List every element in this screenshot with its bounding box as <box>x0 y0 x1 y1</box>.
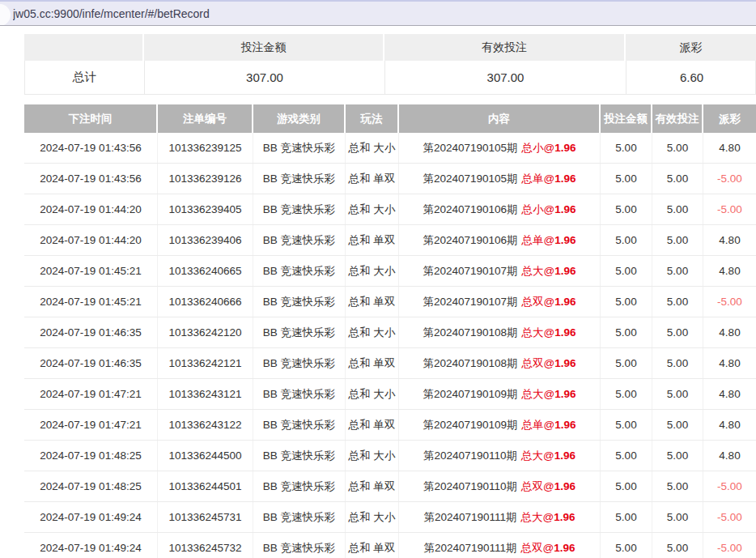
bet-time-cell: 2024-07-19 01:49:24 <box>24 533 158 558</box>
payout-cell: -5.00 <box>703 194 756 224</box>
table-row: 2024-07-19 01:45:21 101336240666 BB 竞速快乐… <box>24 287 756 317</box>
header-payout: 派彩 <box>703 104 756 133</box>
bet-amount-cell: 5.00 <box>601 502 652 532</box>
summary-total-label: 总计 <box>25 61 145 94</box>
header-bet-time: 下注时间 <box>24 104 158 133</box>
table-row: 2024-07-19 01:46:35 101336242120 BB 竞速快乐… <box>24 317 756 348</box>
summary-total-payout: 6.60 <box>626 61 756 94</box>
payout-cell: 4.80 <box>703 225 756 255</box>
play-method-cell: 总和 大小 <box>346 379 399 409</box>
valid-bet-cell: 5.00 <box>652 410 703 440</box>
pick-text: 总大@1.96 <box>522 264 576 279</box>
table-row: 2024-07-19 01:47:21 101336243122 BB 竞速快乐… <box>24 410 756 441</box>
odds-text: 1.96 <box>554 357 575 369</box>
summary-header-empty <box>24 34 144 61</box>
bet-amount-cell: 5.00 <box>601 317 652 347</box>
content-cell: 第202407190106期 总单@1.96 <box>399 225 601 255</box>
content-cell: 第202407190111期 总双@1.96 <box>399 533 601 558</box>
order-id-cell: 101336244500 <box>158 441 253 471</box>
play-method-cell: 总和 单双 <box>346 164 399 194</box>
game-type-cell: BB 竞速快乐彩 <box>253 471 346 501</box>
valid-bet-cell: 5.00 <box>652 287 703 317</box>
payout-cell: -5.00 <box>703 533 756 558</box>
bet-amount-cell: 5.00 <box>601 379 652 409</box>
game-type-cell: BB 竞速快乐彩 <box>253 133 346 163</box>
payout-cell: 4.80 <box>703 348 756 378</box>
order-id-cell: 101336243122 <box>158 410 253 440</box>
pick-text: 总双@1.96 <box>522 356 576 371</box>
bet-amount-cell: 5.00 <box>601 441 652 471</box>
play-method-cell: 总和 单双 <box>346 348 399 378</box>
summary-header-payout: 派彩 <box>626 34 756 61</box>
bet-amount-cell: 5.00 <box>601 348 652 378</box>
url-input[interactable] <box>13 7 499 20</box>
period-text: 第202407190105期 <box>423 141 517 155</box>
period-text: 第202407190110期 <box>423 449 517 463</box>
period-text: 第202407190107期 <box>423 295 517 309</box>
table-row: 2024-07-19 01:47:21 101336243121 BB 竞速快乐… <box>24 379 756 410</box>
pick-text: 总大@1.96 <box>521 510 575 525</box>
table-row: 2024-07-19 01:44:20 101336239405 BB 竞速快乐… <box>24 194 756 225</box>
bet-time-cell: 2024-07-19 01:43:56 <box>24 133 158 163</box>
content-cell: 第202407190109期 总大@1.96 <box>399 379 601 409</box>
bet-amount-cell: 5.00 <box>601 533 652 558</box>
header-order-id: 注单编号 <box>158 104 253 133</box>
header-content: 内容 <box>399 104 601 133</box>
bet-amount-cell: 5.00 <box>601 225 652 255</box>
valid-bet-cell: 5.00 <box>652 164 703 194</box>
bet-time-cell: 2024-07-19 01:46:35 <box>24 317 158 347</box>
period-text: 第202407190107期 <box>423 264 517 279</box>
bet-amount-cell: 5.00 <box>601 471 652 501</box>
order-id-cell: 101336242121 <box>158 348 253 378</box>
pick-text: 总单@1.96 <box>522 172 576 186</box>
content-cell: 第202407190105期 总单@1.96 <box>399 164 601 194</box>
play-method-cell: 总和 单双 <box>346 533 399 558</box>
bet-amount-cell: 5.00 <box>601 410 652 440</box>
content-cell: 第202407190107期 总大@1.96 <box>399 256 601 286</box>
order-id-cell: 101336239405 <box>158 194 253 224</box>
pick-text: 总双@1.96 <box>521 479 575 494</box>
payout-cell: 4.80 <box>703 256 756 286</box>
game-type-cell: BB 竞速快乐彩 <box>253 317 346 347</box>
bet-time-cell: 2024-07-19 01:47:21 <box>24 410 158 440</box>
header-bet-amount: 投注金额 <box>601 104 652 133</box>
odds-text: 1.96 <box>554 419 575 431</box>
table-row: 2024-07-19 01:49:24 101336245731 BB 竞速快乐… <box>24 502 756 533</box>
bet-time-cell: 2024-07-19 01:45:21 <box>24 256 158 286</box>
play-method-cell: 总和 大小 <box>346 502 399 532</box>
bet-record-table: 下注时间 注单编号 游戏类别 玩法 内容 投注金额 有效投注 派彩 2024-0… <box>24 104 756 558</box>
valid-bet-cell: 5.00 <box>652 194 703 224</box>
game-type-cell: BB 竞速快乐彩 <box>253 348 346 378</box>
payout-cell: 4.80 <box>703 379 756 409</box>
bet-time-cell: 2024-07-19 01:46:35 <box>24 348 158 378</box>
table-row: 2024-07-19 01:48:25 101336244501 BB 竞速快乐… <box>24 471 756 502</box>
odds-text: 1.96 <box>554 173 575 185</box>
table-row: 2024-07-19 01:44:20 101336239406 BB 竞速快乐… <box>24 225 756 256</box>
table-row: 2024-07-19 01:46:35 101336242121 BB 竞速快乐… <box>24 348 756 379</box>
odds-text: 1.96 <box>554 511 575 523</box>
odds-text: 1.96 <box>554 388 575 400</box>
game-type-cell: BB 竞速快乐彩 <box>253 441 346 471</box>
content-cell: 第202407190108期 总双@1.96 <box>399 348 601 378</box>
payout-cell: -5.00 <box>703 502 756 532</box>
period-text: 第202407190108期 <box>423 326 517 340</box>
content-cell: 第202407190108期 总大@1.96 <box>399 317 601 347</box>
odds-text: 1.96 <box>554 480 575 492</box>
valid-bet-cell: 5.00 <box>652 533 703 558</box>
valid-bet-cell: 5.00 <box>652 441 703 471</box>
order-id-cell: 101336244501 <box>158 471 253 501</box>
valid-bet-cell: 5.00 <box>652 502 703 532</box>
play-method-cell: 总和 大小 <box>346 133 399 163</box>
order-id-cell: 101336239126 <box>158 164 253 194</box>
period-text: 第202407190109期 <box>423 387 517 402</box>
odds-text: 1.96 <box>554 203 575 215</box>
bet-time-cell: 2024-07-19 01:49:24 <box>24 502 158 532</box>
pick-text: 总双@1.96 <box>521 541 575 556</box>
play-method-cell: 总和 大小 <box>346 441 399 471</box>
period-text: 第202407190111期 <box>423 541 516 556</box>
odds-text: 1.96 <box>554 326 575 339</box>
bet-amount-cell: 5.00 <box>601 256 652 286</box>
game-type-cell: BB 竞速快乐彩 <box>253 533 346 558</box>
table-row: 2024-07-19 01:48:25 101336244500 BB 竞速快乐… <box>24 441 756 471</box>
summary-header-row: 投注金额 有效投注 派彩 <box>24 34 756 61</box>
